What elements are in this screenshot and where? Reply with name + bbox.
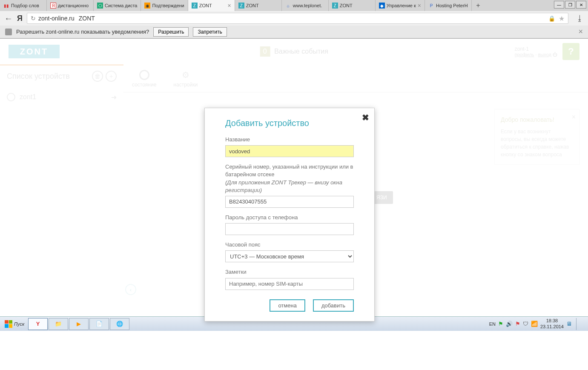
taskbar-app-media[interactable]: ▶ — [69, 318, 89, 330]
tab-bar: ▮▮Подбор слов Ядистанционно ⎔Система дис… — [0, 0, 588, 11]
tab-favicon: Z — [238, 3, 244, 9]
submit-button[interactable]: добавить — [313, 299, 354, 312]
browser-tab[interactable]: ▮▮Подбор слов — [0, 0, 47, 11]
name-label: Название — [225, 136, 354, 143]
taskbar-app-browser[interactable]: Y — [28, 318, 48, 330]
address-host: zont-online.ru — [38, 15, 75, 22]
browser-tab[interactable]: PHosting PeterH — [425, 0, 472, 11]
back-button[interactable]: ← — [4, 14, 13, 23]
tab-favicon: Я — [50, 3, 56, 9]
page-content: ZONT 0 Важные события zont-1 профиль · в… — [0, 39, 588, 298]
tab-label: дистанционно — [58, 3, 89, 8]
notes-input[interactable] — [225, 278, 354, 290]
system-tray: EN ⚑ 🔊 ⚑ 🛡 📶 18:38 23.11.2014 🖥 — [489, 318, 586, 330]
password-label: Пароль доступа с телефона — [225, 214, 354, 221]
deny-button[interactable]: Запретить — [193, 27, 227, 37]
browser-tab[interactable]: ◆Управление к× — [376, 0, 425, 11]
taskbar-app-notepad[interactable]: 📄 — [89, 318, 109, 330]
language-indicator[interactable]: EN — [489, 321, 496, 327]
modal-title: Добавить устройство — [225, 118, 354, 128]
new-tab-button[interactable]: + — [472, 0, 485, 11]
cancel-button[interactable]: отмена — [270, 299, 305, 312]
tab-label: ZONT — [246, 3, 259, 8]
notification-icon — [5, 29, 12, 35]
tab-favicon: Z — [192, 3, 198, 9]
maximize-button[interactable]: ❐ — [565, 1, 575, 9]
tab-label: Hosting PeterH — [436, 3, 468, 8]
tray-signal-icon[interactable]: 📶 — [531, 321, 538, 327]
browser-tab[interactable]: ⎔Система диста — [94, 0, 141, 11]
tab-close-icon[interactable]: × — [228, 2, 231, 9]
browser-tab[interactable]: ◉Подтверждени — [141, 0, 188, 11]
notification-bar: Разрешить zont-online.ru показывать увед… — [0, 26, 588, 38]
clock-date: 23.11.2014 — [540, 324, 564, 330]
browser-tab[interactable]: ZZONT — [329, 0, 376, 11]
tray-shield-icon[interactable]: 🛡 — [523, 321, 528, 327]
reload-icon[interactable]: ↻ — [31, 15, 36, 22]
tab-favicon: ◆ — [379, 3, 385, 9]
start-button[interactable]: Пуск — [2, 319, 27, 329]
modal-close-icon[interactable]: ✖ — [362, 112, 369, 123]
allow-button[interactable]: Разрешить — [153, 27, 189, 37]
tray-network-icon[interactable]: ⚑ — [515, 321, 520, 327]
tab-favicon: Z — [332, 3, 338, 9]
tray-monitor-icon[interactable]: 🖥 — [566, 321, 572, 327]
notes-label: Заметки — [225, 268, 354, 276]
serial-label: Серийный номер, указанный на инструкции … — [225, 163, 354, 194]
password-input[interactable] — [225, 223, 354, 235]
downloads-icon[interactable]: ⭳ — [576, 14, 584, 23]
address-title: ZONT — [79, 15, 95, 22]
browser-tab[interactable]: ⌂www.teplonet. — [282, 0, 329, 11]
serial-label-hint: (Для приложения ZONT Трекер — внизу окна… — [225, 179, 342, 193]
tab-label: Управление к — [387, 3, 416, 8]
notification-close-icon[interactable]: × — [578, 27, 583, 36]
window-controls: — ❐ ✕ — [552, 0, 588, 11]
nav-bar: ← Я ↻ zont-online.ru ZONT 🔒 ★ ⭳ — [0, 11, 588, 26]
tab-label: Подбор слов — [11, 3, 39, 8]
tab-favicon: P — [428, 3, 434, 9]
taskbar-app-globe[interactable]: 🌐 — [110, 318, 129, 330]
tab-label: Подтверждени — [152, 3, 184, 8]
browser-tab[interactable]: ZZONT — [235, 0, 282, 11]
timezone-select[interactable]: UTC+3 — Московское время — [225, 250, 354, 262]
tab-label: www.teplonet. — [293, 3, 322, 8]
start-label: Пуск — [14, 321, 24, 327]
modal-actions: отмена добавить — [225, 299, 354, 312]
yandex-home-button[interactable]: Я — [17, 14, 23, 23]
serial-input[interactable] — [225, 196, 354, 208]
tab-label: ZONT — [340, 3, 353, 8]
bookmark-star-icon[interactable]: ★ — [559, 14, 565, 23]
tab-label: ZONT — [199, 3, 212, 8]
tab-close-icon[interactable]: × — [418, 2, 421, 9]
close-window-button[interactable]: ✕ — [576, 1, 586, 9]
device-name-input[interactable] — [225, 145, 354, 157]
serial-label-main: Серийный номер, указанный на инструкции … — [225, 163, 353, 178]
notification-text: Разрешить zont-online.ru показывать увед… — [16, 29, 149, 35]
show-desktop-button[interactable] — [576, 318, 584, 330]
lock-icon: 🔒 — [548, 15, 555, 22]
tab-favicon: ⌂ — [285, 3, 291, 9]
browser-tab-active[interactable]: ZZONT× — [188, 0, 235, 11]
browser-tab[interactable]: Ядистанционно — [47, 0, 94, 11]
tray-flag-icon[interactable]: ⚑ — [498, 321, 503, 327]
clock-time: 18:38 — [540, 318, 564, 324]
system-clock[interactable]: 18:38 23.11.2014 — [540, 318, 564, 329]
tab-label: Система диста — [105, 3, 137, 8]
timezone-label: Часовой пояс — [225, 241, 354, 249]
tray-volume-icon[interactable]: 🔊 — [506, 321, 513, 327]
tab-favicon: ▮▮ — [3, 3, 9, 9]
windows-logo-icon — [5, 320, 12, 328]
taskbar-app-explorer[interactable]: 📁 — [49, 318, 68, 330]
tab-favicon: ⎔ — [97, 3, 103, 9]
browser-chrome: ▮▮Подбор слов Ядистанционно ⎔Система дис… — [0, 0, 588, 39]
minimize-button[interactable]: — — [554, 1, 564, 9]
address-bar[interactable]: ↻ zont-online.ru ZONT 🔒 ★ — [27, 13, 568, 24]
add-device-modal: ✖ Добавить устройство Название Серийный … — [204, 108, 375, 321]
tab-favicon: ◉ — [144, 3, 150, 9]
